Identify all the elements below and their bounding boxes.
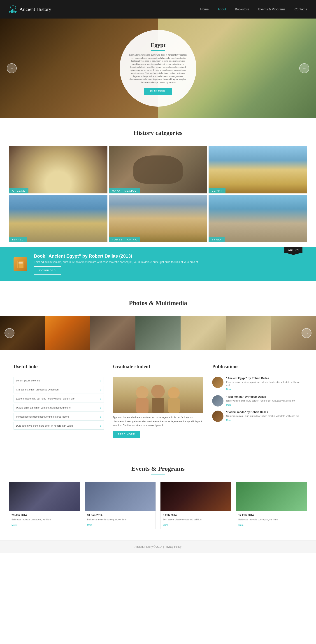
photos-title: Photos & Multimedia (0, 300, 316, 307)
nav-link-home[interactable]: Home (200, 8, 209, 11)
photo-thumb-5[interactable] (181, 316, 226, 350)
event-card-2[interactable]: 31 Jan 2014 Belit esse molestie consequa… (85, 482, 156, 529)
link-text: Duis autem vel eum iriure dolor in hendr… (16, 424, 73, 427)
nav-item-bookstore[interactable]: Bookstore (235, 7, 249, 11)
category-greece[interactable]: GREECE (9, 146, 107, 194)
useful-links-underline (13, 372, 25, 372)
link-text: Lorem ipsum dolor sit (16, 379, 40, 382)
event-image-3 (160, 482, 231, 511)
list-item[interactable]: Ut wisi enim ad minim veniam, quis nostr… (13, 404, 104, 412)
nav-item-home[interactable]: Home (200, 7, 209, 11)
useful-links-title: Useful links (13, 364, 104, 370)
action-banner: Book "Ancient Egypt" by Robert Dallas (2… (0, 247, 316, 281)
nav-item-contacts[interactable]: Contacts (295, 7, 307, 11)
event-info-1: 23 Jan 2014 Belit esse molestie consequa… (9, 511, 80, 529)
nav-menu: Home About Bookstore Events & Programs C… (200, 7, 307, 11)
action-title: Book "Ancient Egypt" by Robert Dallas (2… (34, 254, 303, 259)
three-columns: Useful links Lorem ipsum dolor sit › Cla… (0, 354, 316, 447)
event-card-3[interactable]: 3 Feb 2014 Belit esse molestie consequat… (160, 482, 231, 529)
graduate-column: Graduate student Typi non habent clarita… (113, 364, 203, 438)
photo-thumb-6[interactable] (226, 316, 271, 350)
pub-thumb-3 (212, 410, 224, 422)
category-maya[interactable]: MAYA – MEXICO (109, 146, 207, 194)
nav-link-about[interactable]: About (218, 8, 226, 11)
event-more-link-3[interactable]: More (163, 524, 168, 526)
action-text: Book "Ancient Egypt" by Robert Dallas (2… (34, 254, 303, 274)
link-arrow-icon: › (100, 415, 101, 418)
event-image-2 (85, 482, 156, 511)
event-desc-1: Belit esse molestie consequat, vel illum (11, 518, 78, 521)
pub-more-link-2[interactable]: More (226, 404, 231, 406)
svg-rect-15 (152, 398, 164, 413)
category-syria[interactable]: SYRIA (209, 195, 307, 242)
hero-body: Enim ad minim veniam, qum iriure dolor i… (129, 54, 187, 84)
event-date-3: 3 Feb 2014 (163, 514, 229, 517)
category-israel[interactable]: ISRAEL (9, 195, 107, 242)
pub-more-link-1[interactable]: More (226, 388, 231, 391)
category-label-tombs: TOMBS – CHINA (109, 237, 140, 242)
event-desc-4: Belit esse molestie consequat, vel illum (238, 518, 305, 521)
event-info-2: 31 Jan 2014 Belit esse molestie consequa… (85, 511, 156, 529)
pub-thumb-1 (212, 377, 224, 388)
hero-next-arrow[interactable]: → (299, 63, 309, 73)
pub-title-3: "Eodem modo" by Robert Dallas (226, 410, 300, 414)
event-more-link-2[interactable]: More (87, 524, 92, 526)
svg-rect-8 (18, 261, 18, 268)
event-more-link-4[interactable]: More (238, 524, 244, 526)
action-badge: ACTION (284, 247, 303, 253)
link-arrow-icon: › (100, 388, 101, 391)
photos-strip: ← → (0, 316, 316, 350)
events-grid: 23 Jan 2014 Belit esse molestie consequa… (9, 482, 307, 529)
action-download-button[interactable]: DOWNLOAD (34, 266, 61, 274)
graduate-body: Typi non habent claritatem insitam; est … (113, 416, 203, 428)
footer-text: Ancient History © 2014 | Privacy Policy (135, 545, 181, 548)
action-body: Enim ad minim veniam, qum iriure dolor i… (34, 260, 303, 264)
pub-body-1: Enim ad minim veniam, qum iriure dolor i… (226, 381, 303, 387)
hero-prev-arrow[interactable]: ← (7, 63, 17, 73)
list-item[interactable]: Claritas est etiam processus dynamicu › (13, 386, 104, 394)
nav-link-bookstore[interactable]: Bookstore (235, 8, 249, 11)
categories-section: History categories GREECE MAYA – MEXICO … (0, 129, 316, 242)
event-desc-3: Belit esse molestie consequat, vel illum (163, 518, 229, 521)
event-image-1 (9, 482, 80, 511)
link-arrow-icon: › (100, 379, 101, 382)
category-label-greece: GREECE (9, 188, 28, 194)
category-tombs[interactable]: TOMBS – CHINA (109, 195, 207, 242)
list-item[interactable]: Eodem modo typi, qui nunc nobis videntur… (13, 395, 104, 402)
navigation: Ancient History Home About Bookstore Eve… (0, 0, 316, 18)
list-item[interactable]: Investigationes demonstraverunt lectores… (13, 413, 104, 420)
nav-item-about[interactable]: About (218, 7, 226, 11)
site-logo[interactable]: Ancient History (9, 5, 51, 13)
svg-point-16 (168, 387, 180, 399)
event-card-4[interactable]: 17 Feb 2014 Belit esse molestie consequa… (236, 482, 307, 529)
event-date-4: 17 Feb 2014 (238, 514, 305, 517)
list-item[interactable]: Duis autem vel eum iriure dolor in hendr… (13, 422, 104, 430)
event-more-link-1[interactable]: More (11, 524, 17, 526)
hero-title-underline (151, 50, 165, 51)
events-title: Events & Programs (9, 465, 307, 472)
nav-link-events[interactable]: Events & Programs (258, 8, 286, 11)
pub-more-link-3[interactable]: More (226, 419, 231, 422)
photos-next-arrow[interactable]: → (302, 328, 312, 338)
event-date-2: 31 Jan 2014 (87, 514, 153, 517)
svg-rect-17 (168, 398, 180, 413)
graduate-read-more-button[interactable]: READ MORE (113, 431, 140, 438)
pub-title-2: "Typi non ha" by Robert Dallas (226, 395, 295, 398)
photo-thumb-4[interactable] (135, 316, 181, 350)
category-egypt[interactable]: EGYPT (209, 146, 307, 194)
event-image-4 (236, 482, 307, 511)
category-label-israel: ISRAEL (9, 237, 27, 242)
list-item[interactable]: Lorem ipsum dolor sit › (13, 377, 104, 384)
hero-read-more-button[interactable]: READ MORE (144, 88, 172, 95)
nav-link-contacts[interactable]: Contacts (295, 8, 307, 11)
photo-thumb-2[interactable] (45, 316, 90, 350)
photo-thumb-3[interactable] (90, 316, 135, 350)
event-card-1[interactable]: 23 Jan 2014 Belit esse molestie consequa… (9, 482, 80, 529)
link-text: Ut wisi enim ad minim veniam, quis nostr… (16, 406, 71, 409)
pub-text-1: "Ancient Egypt" by Robert Dallas Enim ad… (226, 377, 303, 391)
photos-prev-arrow[interactable]: ← (4, 328, 14, 338)
svg-rect-9 (18, 262, 22, 263)
events-section: Events & Programs 23 Jan 2014 Belit esse… (0, 447, 316, 540)
nav-item-events[interactable]: Events & Programs (258, 7, 286, 11)
svg-rect-4 (15, 12, 16, 13)
